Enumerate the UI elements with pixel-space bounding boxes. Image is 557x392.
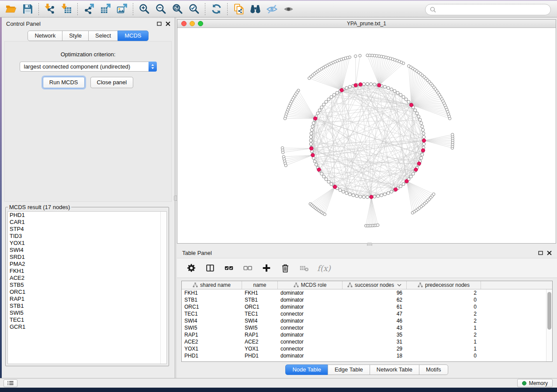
ring-node[interactable]	[399, 185, 402, 188]
ring-node[interactable]	[412, 172, 415, 175]
table-row-SWI5[interactable]: SWI5SWI5connector431	[182, 324, 552, 331]
ring-node[interactable]	[390, 88, 393, 91]
save-session-button[interactable]	[19, 2, 36, 16]
tab-mcds[interactable]: MCDS	[118, 31, 148, 41]
ring-node[interactable]	[313, 160, 316, 163]
tab-motifs[interactable]: Motifs	[419, 364, 448, 375]
mcds-result-item[interactable]: FKH1	[8, 268, 166, 275]
table-row-ACE2[interactable]: ACE2ACE2connector311	[182, 338, 552, 345]
mcds-result-item[interactable]: RAP1	[8, 296, 166, 303]
table-row-SWI4[interactable]: SWI4SWI4dominator462	[182, 317, 552, 324]
optimization-criterion-dropdown[interactable]: largest connected component (undirected)	[20, 62, 157, 72]
table-row-RAP1[interactable]: RAP1RAP1dominator352	[182, 331, 552, 338]
ring-node[interactable]	[420, 156, 423, 159]
mcds-node[interactable]	[314, 117, 317, 120]
mcds-result-item[interactable]: CAR1	[8, 219, 166, 226]
ring-node[interactable]	[309, 139, 312, 142]
ring-node[interactable]	[352, 194, 355, 197]
mcds-node[interactable]	[394, 188, 398, 191]
ring-node[interactable]	[332, 93, 336, 96]
ring-node[interactable]	[325, 100, 328, 103]
mcds-node[interactable]	[333, 185, 337, 189]
ring-node[interactable]	[345, 86, 348, 89]
open-file-button[interactable]	[3, 2, 19, 16]
column-header-predecessor-nodes[interactable]: predecessor nodes	[407, 281, 481, 289]
select-all-columns-button[interactable]	[223, 262, 235, 274]
ring-node[interactable]	[409, 175, 412, 178]
satellite-node[interactable]	[281, 151, 284, 154]
satellite-node[interactable]	[377, 224, 379, 227]
tab-network-table[interactable]: Network Table	[370, 364, 419, 375]
satellite-node[interactable]	[366, 54, 369, 57]
ring-node[interactable]	[384, 85, 387, 88]
import-network-button[interactable]	[42, 2, 58, 16]
close-panel-button-mcds[interactable]: Close panel	[90, 77, 134, 88]
mcds-result-item[interactable]: TID3	[8, 233, 166, 240]
mcds-result-item[interactable]: STB1	[8, 303, 166, 309]
ring-node[interactable]	[339, 189, 342, 192]
ring-node[interactable]	[345, 192, 348, 195]
column-header-shared-name[interactable]: shared name	[182, 281, 242, 289]
tab-edge-table[interactable]: Edge Table	[328, 364, 370, 375]
memory-button[interactable]: Memory	[517, 379, 553, 387]
column-header-successor-nodes[interactable]: successor nodes	[343, 281, 407, 289]
ring-node[interactable]	[402, 96, 405, 99]
search-input[interactable]	[439, 7, 546, 13]
import-table-button[interactable]	[58, 2, 75, 16]
satellite-node[interactable]	[359, 54, 361, 57]
ring-node[interactable]	[422, 135, 426, 138]
mcds-result-item[interactable]: GCR1	[8, 323, 166, 330]
ring-node[interactable]	[320, 106, 323, 109]
mcds-result-item[interactable]: ACE2	[8, 275, 166, 282]
table-row-PHD1[interactable]: PHD1PHD1dominator180	[182, 352, 552, 359]
mcds-node[interactable]	[310, 147, 313, 150]
scrollbar-thumb[interactable]	[547, 292, 551, 330]
ring-node[interactable]	[390, 190, 393, 193]
ring-node[interactable]	[421, 125, 424, 128]
mcds-node[interactable]	[311, 153, 315, 157]
run-mcds-button[interactable]: Run MCDS	[43, 77, 85, 88]
ring-node[interactable]	[407, 100, 410, 103]
column-header-MCDS-role[interactable]: MCDS role	[278, 281, 343, 289]
ring-node[interactable]	[312, 121, 315, 124]
ring-node[interactable]	[396, 91, 399, 94]
mcds-node[interactable]	[340, 88, 343, 92]
ring-node[interactable]	[384, 193, 387, 196]
table-row-YOX1[interactable]: YOX1YOX1connector291	[182, 345, 552, 352]
network-canvas[interactable]	[177, 28, 556, 243]
ring-node[interactable]	[355, 195, 358, 198]
ring-node[interactable]	[387, 86, 390, 89]
mcds-result-item[interactable]: STP4	[8, 226, 166, 233]
ring-node[interactable]	[402, 182, 405, 186]
ring-node[interactable]	[393, 89, 396, 93]
ring-node[interactable]	[414, 109, 417, 112]
mcds-node[interactable]	[377, 83, 381, 87]
mcds-result-item[interactable]: SWI5	[8, 309, 166, 316]
tab-network[interactable]: Network	[28, 31, 62, 41]
ring-node[interactable]	[325, 178, 328, 181]
mcds-result-item[interactable]: SRD1	[8, 254, 166, 261]
mcds-node[interactable]	[421, 148, 425, 152]
ring-node[interactable]	[310, 128, 313, 131]
ring-node[interactable]	[420, 121, 423, 124]
float-panel-button[interactable]	[157, 21, 162, 26]
unselect-all-columns-button[interactable]	[242, 262, 253, 274]
tab-node-table[interactable]: Node Table	[285, 364, 328, 375]
column-header-name[interactable]: name	[242, 281, 278, 289]
ring-node[interactable]	[366, 196, 369, 199]
close-panel-button[interactable]	[547, 251, 552, 255]
ring-node[interactable]	[377, 195, 380, 198]
ring-node[interactable]	[362, 83, 365, 86]
mcds-node[interactable]	[414, 168, 418, 171]
export-image-button[interactable]	[114, 2, 130, 16]
ring-node[interactable]	[327, 180, 330, 183]
mcds-node[interactable]	[417, 162, 421, 165]
ring-node[interactable]	[311, 125, 314, 128]
ring-node[interactable]	[422, 128, 425, 131]
zoom-fit-button[interactable]	[169, 2, 186, 16]
ring-node[interactable]	[320, 172, 323, 175]
ring-node[interactable]	[309, 143, 312, 146]
new-network-from-selection-button[interactable]	[230, 2, 247, 16]
satellite-node[interactable]	[432, 193, 435, 196]
ring-node[interactable]	[322, 103, 325, 106]
